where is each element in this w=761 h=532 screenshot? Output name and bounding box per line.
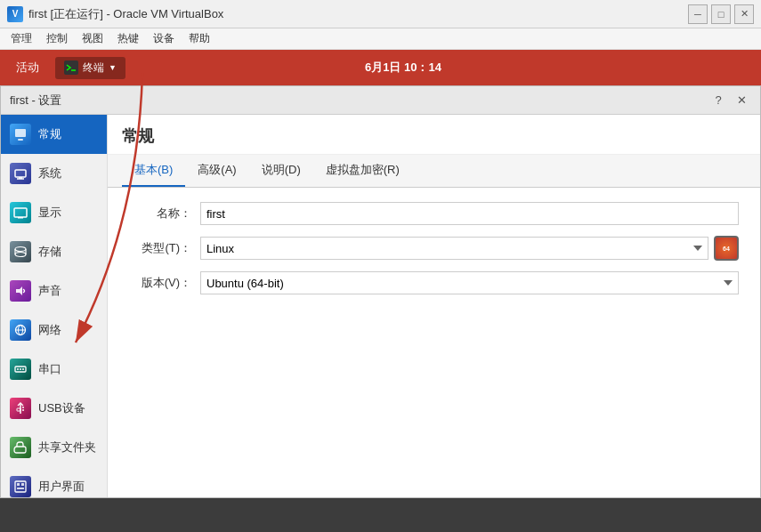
- settings-close-button[interactable]: ✕: [732, 91, 751, 110]
- title-bar: V first [正在运行] - Oracle VM VirtualBox ─ …: [0, 0, 761, 28]
- taskbar-left: 活动 终端 ▼: [9, 56, 125, 79]
- menu-bar: 管理 控制 视图 热键 设备 帮助: [0, 28, 761, 50]
- name-input-wrap: [200, 202, 739, 225]
- settings-body: 常规 系统 显示 存储: [1, 115, 760, 497]
- serial-icon: [10, 359, 31, 380]
- svg-rect-24: [15, 481, 26, 492]
- svg-rect-2: [18, 139, 23, 141]
- system-icon: [10, 163, 31, 184]
- menu-manage[interactable]: 管理: [4, 29, 39, 48]
- sidebar-item-display[interactable]: 显示: [1, 193, 107, 232]
- storage-icon: [10, 241, 31, 262]
- svg-point-19: [22, 368, 24, 370]
- sidebar-label-serial: 串口: [38, 361, 61, 377]
- menu-hotkey[interactable]: 热键: [110, 29, 146, 48]
- settings-window: first - 设置 ? ✕ 常规 系统: [0, 85, 761, 498]
- general-icon: [10, 124, 31, 145]
- app-icon: V: [7, 6, 23, 22]
- type-select[interactable]: Linux: [200, 237, 708, 260]
- settings-controls: ? ✕: [708, 91, 751, 110]
- svg-rect-27: [17, 488, 24, 489]
- svg-point-17: [17, 368, 19, 370]
- sidebar-label-audio: 声音: [38, 283, 61, 299]
- terminal-label: 终端: [83, 60, 104, 76]
- terminal-dropdown-icon: ▼: [109, 63, 117, 72]
- sidebar-label-display: 显示: [38, 205, 61, 221]
- shared-icon: [10, 437, 31, 458]
- minimize-button[interactable]: ─: [688, 4, 708, 24]
- window-controls: ─ □ ✕: [688, 4, 754, 24]
- name-label: 名称：: [129, 206, 200, 222]
- network-icon: [10, 319, 31, 341]
- svg-point-8: [15, 247, 26, 252]
- tab-advanced[interactable]: 高级(A): [185, 155, 248, 187]
- terminal-button[interactable]: 终端 ▼: [55, 57, 125, 79]
- sidebar-label-general: 常规: [38, 126, 61, 142]
- settings-title: first - 设置: [10, 93, 62, 109]
- sidebar-item-ui[interactable]: 用户界面: [1, 467, 107, 497]
- sidebar-label-shared: 共享文件夹: [38, 439, 96, 455]
- svg-marker-12: [16, 286, 22, 295]
- sidebar-item-system[interactable]: 系统: [1, 154, 107, 193]
- svg-rect-26: [21, 483, 24, 486]
- form-area: 名称： 类型(T)： Linux 64: [108, 188, 760, 319]
- display-icon: [10, 202, 31, 223]
- menu-device[interactable]: 设备: [146, 29, 182, 48]
- sidebar-label-usb: USB设备: [38, 400, 85, 416]
- menu-view[interactable]: 视图: [75, 29, 110, 48]
- type-label: 类型(T)：: [129, 240, 200, 256]
- sidebar-label-system: 系统: [38, 165, 61, 181]
- svg-rect-25: [17, 483, 20, 486]
- ui-icon: [10, 476, 31, 497]
- svg-point-11: [15, 253, 26, 257]
- type-row: 类型(T)： Linux 64: [129, 236, 739, 261]
- sidebar-item-general[interactable]: 常规: [1, 115, 107, 154]
- window-title: first [正在运行] - Oracle VM VirtualBox: [28, 6, 223, 22]
- sidebar-item-shared[interactable]: 共享文件夹: [1, 428, 107, 467]
- sidebar-item-usb[interactable]: USB设备: [1, 389, 107, 428]
- audio-icon: [10, 280, 31, 302]
- tabs-bar: 基本(B) 高级(A) 说明(D) 虚拟盘加密(R): [108, 155, 760, 188]
- clock-display: 6月1日 10：14: [365, 60, 441, 76]
- type-input-wrap: Linux 64: [200, 236, 739, 261]
- main-content: 常规 基本(B) 高级(A) 说明(D) 虚拟盘加密(R) 名称： 类型(T)：: [108, 115, 760, 497]
- settings-titlebar: first - 设置 ? ✕: [1, 86, 760, 115]
- sidebar-item-network[interactable]: 网络: [1, 310, 107, 350]
- guest-taskbar: 活动 终端 ▼ 6月1日 10：14: [0, 50, 761, 85]
- tab-description[interactable]: 说明(D): [249, 155, 313, 187]
- name-row: 名称：: [129, 202, 739, 225]
- usb-icon: [10, 398, 31, 419]
- settings-sidebar: 常规 系统 显示 存储: [1, 115, 108, 497]
- tab-encryption[interactable]: 虚拟盘加密(R): [313, 155, 412, 187]
- version-label: 版本(V)：: [129, 275, 200, 291]
- svg-point-18: [20, 368, 21, 370]
- sidebar-label-storage: 存储: [38, 244, 61, 260]
- version-row: 版本(V)： Ubuntu (64-bit): [129, 271, 739, 294]
- sidebar-label-ui: 用户界面: [38, 479, 85, 495]
- activities-button[interactable]: 活动: [9, 56, 46, 79]
- svg-rect-6: [14, 208, 27, 217]
- name-input[interactable]: [200, 202, 739, 225]
- sidebar-item-audio[interactable]: 声音: [1, 271, 107, 310]
- sidebar-item-storage[interactable]: 存储: [1, 232, 107, 271]
- maximize-button[interactable]: □: [711, 4, 731, 24]
- sidebar-item-serial[interactable]: 串口: [1, 350, 107, 389]
- svg-rect-3: [15, 170, 26, 177]
- version-input-wrap: Ubuntu (64-bit): [200, 271, 739, 294]
- svg-rect-7: [18, 217, 23, 219]
- sidebar-label-network: 网络: [38, 322, 61, 338]
- version-select[interactable]: Ubuntu (64-bit): [200, 271, 739, 294]
- settings-help-button[interactable]: ?: [708, 91, 728, 110]
- terminal-icon: [64, 60, 78, 75]
- menu-help[interactable]: 帮助: [182, 29, 217, 48]
- menu-control[interactable]: 控制: [39, 29, 75, 48]
- close-button[interactable]: ✕: [734, 4, 754, 24]
- os-badge: 64: [714, 236, 739, 261]
- page-title: 常规: [108, 115, 760, 155]
- svg-rect-1: [15, 129, 26, 137]
- tab-basic[interactable]: 基本(B): [122, 155, 185, 187]
